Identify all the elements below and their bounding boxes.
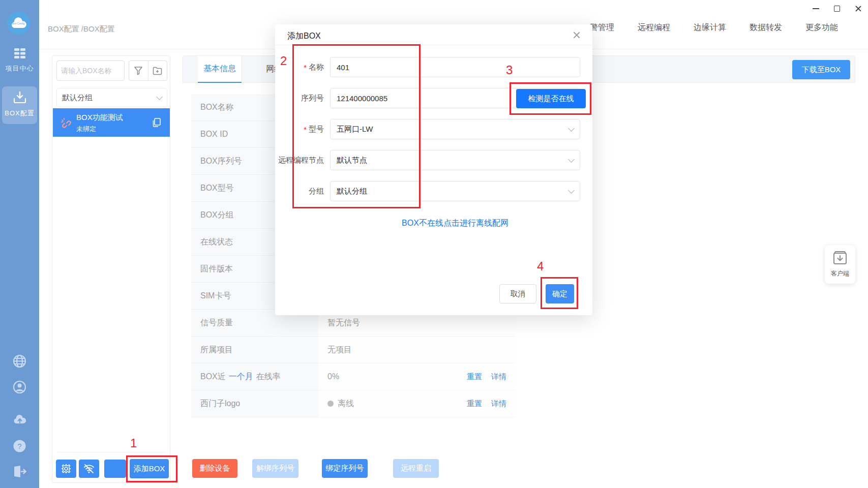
remote-restart-button[interactable]: 远程重启 (393, 459, 439, 478)
client-box-icon (831, 249, 849, 266)
group-select-value: 默认分组 (62, 93, 93, 103)
device-list-item[interactable]: BOX功能测试 未绑定 (53, 108, 170, 137)
svg-text:Box Config: Box Config (12, 22, 24, 25)
modal-close-icon[interactable] (572, 30, 581, 40)
download-tray-icon (13, 92, 26, 104)
device-list-panel: 默认分组 BOX功能测试 未绑定 (52, 55, 170, 483)
minimize-button[interactable] (811, 4, 820, 13)
wifi-off-icon (83, 464, 95, 474)
detail-link[interactable]: 详情 (491, 372, 506, 382)
nav-item-more[interactable]: 更多功能 (805, 22, 838, 33)
table-row-siemens-logo: 西门子logo 离线 重置 详情 (191, 390, 516, 417)
modal-title: 添加BOX (287, 31, 321, 42)
confirm-button[interactable]: 确定 (546, 284, 574, 303)
table-row-online-rate: BOX近 一个月 在线率 0% 重置 详情 (191, 363, 516, 390)
offline-status-text: 离线 (338, 399, 354, 409)
model-select-value: 五网口-LW (337, 125, 373, 134)
client-widget-label: 客户端 (825, 269, 855, 278)
group-select-modal[interactable]: 默认分组 (330, 181, 580, 201)
nav-item-remote-programming[interactable]: 远程编程 (638, 22, 670, 33)
name-input[interactable] (330, 57, 580, 77)
detail-link[interactable]: 详情 (491, 399, 506, 409)
sidebar-item-label: BOX配置 (2, 109, 37, 118)
group-select-modal-value: 默认分组 (337, 187, 367, 196)
model-select[interactable]: 五网口-LW (330, 119, 580, 139)
offline-status-dot (327, 401, 334, 407)
modal-divider (275, 45, 592, 45)
chevron-down-icon (156, 94, 163, 100)
chevron-down-icon (568, 125, 575, 132)
app-logo: Box Config (7, 12, 30, 35)
minimize-icon (813, 8, 819, 9)
globe-button[interactable] (13, 354, 26, 368)
field-row-name: * 名称 (275, 57, 592, 77)
client-download-widget[interactable]: 客户端 (825, 245, 855, 284)
help-button[interactable]: ? (13, 439, 26, 453)
cloud-upload-icon (13, 413, 27, 424)
online-rate-label-suffix: 在线率 (256, 372, 281, 382)
sidebar-item-project-center[interactable]: 项目中心 (2, 48, 37, 73)
serial-label: 序列号 (301, 94, 324, 103)
list-tool-group (129, 60, 167, 81)
node-select[interactable]: 默认节点 (330, 150, 580, 170)
check-online-button[interactable]: 检测是否在线 (516, 89, 586, 108)
filter-button[interactable] (129, 61, 148, 80)
gear-icon (61, 464, 71, 474)
unlink-icon (60, 117, 72, 130)
filter-icon (134, 66, 143, 75)
group-select[interactable]: 默认分组 (56, 88, 167, 107)
required-mark: * (304, 63, 307, 72)
close-icon (855, 5, 862, 12)
question-icon: ? (13, 439, 26, 453)
maximize-button[interactable] (832, 4, 842, 13)
app-window: Box Config 项目中心 BOX配置 (0, 0, 868, 488)
table-row: 所属项目无项目 (191, 337, 516, 363)
online-rate-label-prefix: BOX近 (200, 372, 226, 382)
name-input-field[interactable] (337, 63, 574, 72)
chevron-down-icon (568, 156, 575, 163)
reset-link[interactable]: 重置 (467, 399, 482, 409)
left-panel-divider (57, 452, 165, 452)
reset-link[interactable]: 重置 (467, 372, 482, 382)
grid-icon (14, 48, 26, 59)
breadcrumb: BOX配置 /BOX配置 (48, 24, 115, 34)
blank-tool-button[interactable] (104, 460, 126, 478)
sidebar-item-box-config[interactable]: BOX配置 (2, 86, 37, 124)
delete-device-button[interactable]: 删除设备 (192, 459, 237, 478)
node-select-value: 默认节点 (337, 156, 367, 165)
close-button[interactable] (854, 4, 863, 13)
nav-item-edge-computing[interactable]: 边缘计算 (694, 22, 726, 33)
unbind-serial-button[interactable]: 解绑序列号 (252, 459, 298, 478)
user-button[interactable] (13, 380, 26, 394)
name-label: 名称 (309, 63, 324, 72)
online-rate-value: 0% (327, 372, 339, 381)
nav-item-data-forwarding[interactable]: 数据转发 (750, 22, 782, 33)
cancel-button[interactable]: 取消 (499, 284, 536, 303)
logout-button[interactable] (13, 465, 26, 479)
search-input[interactable] (56, 60, 125, 81)
nav-item-alarm[interactable]: 警管理 (590, 22, 614, 33)
required-mark: * (304, 125, 307, 134)
cloud-upload-button[interactable] (13, 413, 26, 427)
top-nav: 警管理 远程编程 边缘计算 数据转发 更多功能 (590, 22, 838, 33)
wifi-config-button[interactable] (79, 460, 99, 478)
user-icon (13, 380, 26, 394)
copy-icon[interactable] (152, 117, 162, 128)
node-label: 远程编程节点 (278, 156, 324, 165)
settings-button[interactable] (56, 460, 76, 478)
svg-text:?: ? (17, 442, 21, 450)
tab-basic-info[interactable]: 基本信息 (198, 56, 242, 83)
one-month-link[interactable]: 一个月 (229, 372, 253, 382)
download-to-box-button[interactable]: 下载至BOX (792, 60, 850, 79)
bind-serial-button[interactable]: 绑定序列号 (322, 459, 368, 478)
add-group-button[interactable] (148, 61, 167, 80)
sidebar-item-label: 项目中心 (2, 64, 37, 73)
add-box-modal: 添加BOX * 名称 序列号 * 型号 (275, 24, 592, 315)
device-name: BOX功能测试 (76, 113, 123, 123)
exit-icon (13, 465, 26, 478)
add-box-button[interactable]: 添加BOX (130, 459, 169, 478)
group-label: 分组 (309, 187, 324, 196)
sidebar: Box Config 项目中心 BOX配置 (0, 0, 39, 488)
offline-config-link[interactable]: BOX不在线点击进行离线配网 (330, 218, 580, 229)
field-row-group: 分组 默认分组 (275, 181, 592, 201)
